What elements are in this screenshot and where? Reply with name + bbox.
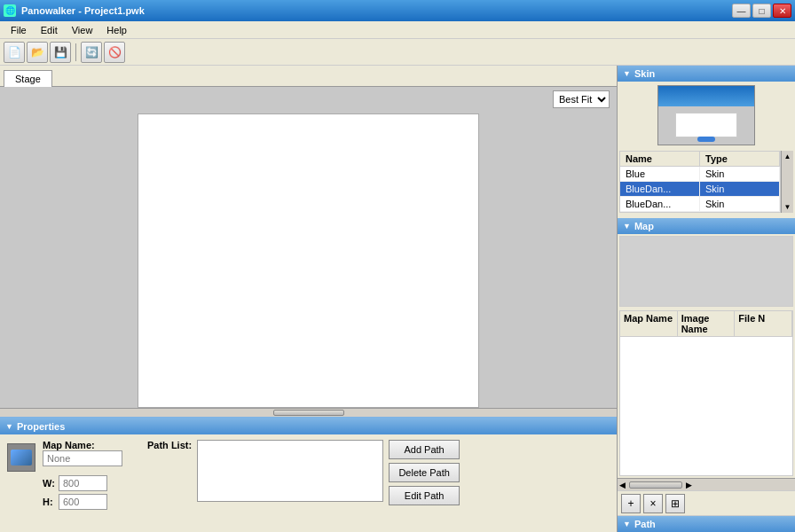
skin-list-header-row: Name Type: [620, 152, 780, 167]
h-scroll-thumb[interactable]: [629, 481, 682, 489]
path-list-label: Path List:: [147, 440, 192, 450]
stage-scrollbar-h[interactable]: [0, 408, 617, 417]
skin-type-2: Skin: [700, 197, 780, 211]
h-row: H:: [43, 494, 122, 510]
menu-file[interactable]: File: [4, 23, 34, 37]
path-section: ▼ Path: [618, 515, 795, 532]
skin-name-0: Blue: [620, 167, 700, 181]
menu-help[interactable]: Help: [99, 23, 134, 37]
skin-list-inner: Name Type Blue Skin BlueDan... Skin Blue…: [619, 151, 781, 213]
map-header-file: File N: [735, 311, 792, 336]
properties-panel: ▼ Properties Map Name: W:: [0, 417, 617, 532]
left-panel: Stage Best Fit 25% 50% 75% 100% 150% 200…: [0, 66, 618, 532]
map-fields: Map Name: W: H:: [43, 440, 122, 510]
skin-type-1: Skin: [700, 182, 780, 196]
properties-header: ▼ Properties: [0, 419, 617, 434]
map-icon: [7, 443, 35, 472]
skin-header-name: Name: [620, 152, 700, 166]
skin-scroll-up[interactable]: ▲: [784, 153, 791, 160]
properties-content: Map Name: W: H:: [0, 434, 617, 515]
scrollbar-h-thumb[interactable]: [273, 410, 344, 416]
h-scroll-left[interactable]: ◀: [619, 481, 626, 489]
map-collapse-arrow[interactable]: ▼: [623, 222, 631, 231]
path-section-header: ▼ Path: [618, 516, 795, 532]
map-preview: [619, 236, 793, 307]
path-collapse-arrow[interactable]: ▼: [623, 520, 631, 528]
stage-toolbar: Best Fit 25% 50% 75% 100% 150% 200%: [553, 90, 610, 108]
title-bar: 🌐 Panowalker - Project1.pwk — □ ✕: [0, 0, 795, 21]
toolbar-separator: [75, 43, 76, 61]
zoom-select[interactable]: Best Fit 25% 50% 75% 100% 150% 200%: [553, 90, 610, 108]
h-label: H:: [43, 497, 55, 507]
skin-list-scrollbar[interactable]: ▲ ▼: [781, 151, 793, 213]
minimize-button[interactable]: —: [732, 4, 751, 18]
properties-title: Properties: [17, 421, 65, 432]
stage-tab-bar: Stage: [0, 66, 617, 87]
path-list-group: Path List: Add Path Delete Path Edit Pat…: [147, 440, 460, 505]
maximize-button[interactable]: □: [752, 4, 771, 18]
skin-header-type: Type: [700, 152, 780, 166]
map-name-label: Map Name:: [43, 440, 122, 450]
skin-thumb-screen: [675, 113, 737, 137]
skin-row-2[interactable]: BlueDan... Skin: [620, 197, 780, 212]
add-path-button[interactable]: Add Path: [389, 440, 460, 459]
properties-collapse-arrow[interactable]: ▼: [5, 422, 13, 431]
h-scroll-right[interactable]: ▶: [686, 481, 692, 489]
skin-collapse-arrow[interactable]: ▼: [623, 69, 631, 78]
menu-view[interactable]: View: [65, 23, 100, 37]
right-delete-button[interactable]: ×: [643, 494, 663, 513]
w-row: W:: [43, 475, 122, 491]
map-header-name: Map Name: [620, 311, 678, 336]
w-input[interactable]: [59, 475, 107, 491]
toolbar-new-button[interactable]: 📄: [4, 42, 25, 63]
map-header-image: Image Name: [678, 311, 736, 336]
bottom-h-scrollbar[interactable]: ◀ ▶: [618, 478, 795, 490]
map-name-field-group: Map Name:: [43, 440, 122, 466]
map-name-input[interactable]: [43, 450, 122, 466]
path-list-box[interactable]: [197, 440, 383, 502]
skin-row-1[interactable]: BlueDan... Skin: [620, 182, 780, 197]
window-controls: — □ ✕: [732, 4, 791, 18]
right-grid-button[interactable]: ⊞: [665, 494, 685, 513]
skin-scroll-down[interactable]: ▼: [784, 203, 791, 211]
stage-tab[interactable]: Stage: [4, 70, 52, 87]
menu-bar: File Edit View Help: [0, 21, 795, 39]
map-section-header: ▼ Map: [618, 218, 795, 234]
wh-group: W: H:: [43, 475, 122, 510]
path-buttons: Add Path Delete Path Edit Path: [389, 440, 460, 505]
skin-row-0[interactable]: Blue Skin: [620, 167, 780, 182]
window-title: Panowalker - Project1.pwk: [21, 5, 145, 16]
right-panel: ▼ Skin Name Type Blue Skin B: [618, 66, 795, 532]
skin-section-header: ▼ Skin: [618, 66, 795, 82]
skin-section-label: Skin: [634, 68, 655, 79]
skin-preview: [618, 82, 795, 149]
map-list-area: Map Name Image Name File N: [619, 310, 793, 476]
w-label: W:: [43, 478, 55, 489]
map-icon-inner: [11, 450, 32, 466]
close-button[interactable]: ✕: [773, 4, 791, 18]
right-bottom-toolbar: + × ⊞: [618, 490, 795, 515]
map-section-label: Map: [634, 221, 654, 231]
toolbar-save-button[interactable]: 💾: [50, 42, 71, 63]
skin-thumbnail: [657, 85, 755, 145]
skin-name-2: BlueDan...: [620, 197, 700, 211]
skin-list-wrapper: Name Type Blue Skin BlueDan... Skin Blue…: [619, 151, 793, 213]
toolbar-refresh-button[interactable]: 🔄: [81, 42, 102, 63]
canvas-area: [138, 113, 479, 408]
h-input[interactable]: [59, 494, 107, 510]
title-left: 🌐 Panowalker - Project1.pwk: [4, 4, 145, 17]
edit-path-button[interactable]: Edit Path: [389, 486, 460, 505]
menu-edit[interactable]: Edit: [34, 23, 65, 37]
toolbar-export-button[interactable]: 🚫: [104, 42, 125, 63]
map-list-header: Map Name Image Name File N: [620, 311, 792, 337]
main-layout: Stage Best Fit 25% 50% 75% 100% 150% 200…: [0, 66, 795, 532]
skin-thumb-dot: [697, 137, 715, 142]
toolbar: 📄 📂 💾 🔄 🚫: [0, 39, 795, 66]
delete-path-button[interactable]: Delete Path: [389, 463, 460, 482]
app-icon: 🌐: [4, 4, 16, 17]
skin-type-0: Skin: [700, 167, 780, 181]
stage-area: Best Fit 25% 50% 75% 100% 150% 200%: [0, 87, 617, 417]
right-add-button[interactable]: +: [621, 494, 641, 513]
toolbar-open-button[interactable]: 📂: [27, 42, 48, 63]
skin-name-1: BlueDan...: [620, 182, 700, 196]
